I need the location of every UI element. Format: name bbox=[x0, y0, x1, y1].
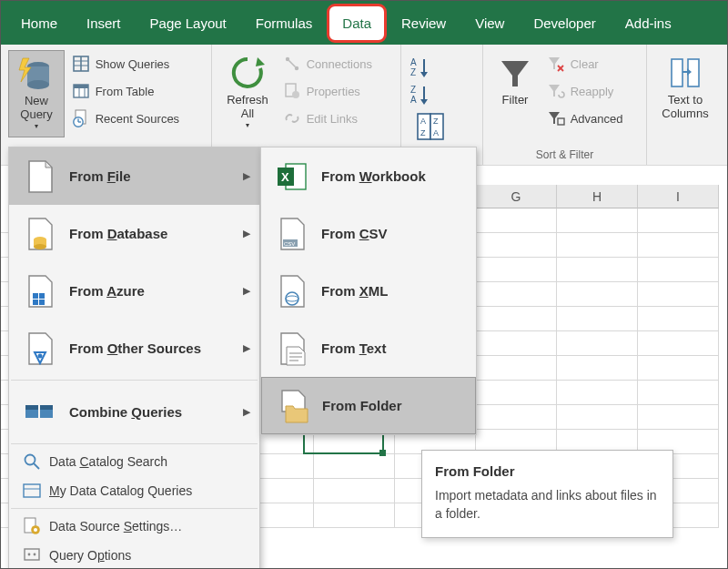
filter-label: Filter bbox=[502, 94, 529, 107]
svg-point-2 bbox=[27, 80, 49, 89]
svg-point-72 bbox=[28, 554, 31, 556]
tab-page-layout[interactable]: Page Layout bbox=[136, 4, 241, 43]
funnel-advanced-icon bbox=[547, 109, 565, 127]
recent-sources-label: Recent Sources bbox=[96, 112, 180, 126]
chevron-right-icon: ▶ bbox=[243, 285, 250, 297]
advanced-filter-button[interactable]: Advanced bbox=[547, 105, 623, 132]
tooltip-body: Import metadata and links about files in… bbox=[435, 486, 660, 523]
menu-separator bbox=[11, 443, 258, 444]
svg-line-19 bbox=[288, 61, 295, 67]
funnel-reapply-icon bbox=[547, 82, 565, 100]
menu-label: Query Options bbox=[49, 548, 131, 563]
properties-button[interactable]: Properties bbox=[283, 77, 372, 105]
svg-text:Z: Z bbox=[410, 67, 416, 77]
new-query-button[interactable]: New Query ▾ bbox=[8, 50, 65, 137]
funnel-icon bbox=[496, 54, 534, 92]
svg-rect-71 bbox=[25, 549, 39, 560]
column-header[interactable]: H bbox=[557, 185, 638, 208]
tab-review[interactable]: Review bbox=[387, 4, 460, 43]
svg-point-73 bbox=[34, 554, 36, 556]
recent-sources-button[interactable]: Recent Sources bbox=[72, 105, 180, 132]
menu-my-catalog[interactable]: My Data Catalog Queries bbox=[9, 476, 259, 505]
menu-from-folder[interactable]: From Folder bbox=[261, 377, 476, 434]
reapply-filter-button[interactable]: Reapply bbox=[547, 77, 623, 105]
menu-label: From Text bbox=[321, 340, 386, 356]
chevron-right-icon: ▶ bbox=[243, 228, 250, 239]
filter-button[interactable]: Filter bbox=[490, 50, 540, 137]
folder-icon bbox=[275, 388, 311, 424]
connections-label: Connections bbox=[307, 57, 372, 71]
tab-data[interactable]: Data bbox=[327, 4, 387, 43]
refresh-icon bbox=[228, 54, 267, 92]
tab-addins[interactable]: Add-ins bbox=[611, 4, 686, 43]
sort-descending-button[interactable]: ZA bbox=[409, 83, 432, 107]
connections-button[interactable]: Connections bbox=[283, 50, 372, 77]
menu-data-source-settings[interactable]: Data Source Settings… bbox=[9, 512, 259, 541]
refresh-all-button[interactable]: Refresh All ▾ bbox=[219, 50, 276, 137]
menu-label: Data Source Settings… bbox=[49, 519, 182, 533]
menu-label: From Folder bbox=[322, 398, 402, 413]
new-query-label: New Query bbox=[20, 95, 52, 122]
menu-combine-queries[interactable]: Combine Queries ▶ bbox=[9, 383, 259, 441]
menu-from-other-sources[interactable]: From Other Sources ▶ bbox=[9, 320, 259, 377]
tab-developer[interactable]: Developer bbox=[519, 4, 610, 43]
show-queries-button[interactable]: Show Queries bbox=[72, 50, 180, 77]
menu-from-azure[interactable]: From Azure ▶ bbox=[9, 262, 259, 320]
chevron-down-icon: ▾ bbox=[35, 122, 38, 130]
properties-label: Properties bbox=[307, 85, 360, 98]
from-table-button[interactable]: From Table bbox=[72, 77, 180, 105]
chevron-right-icon: ▶ bbox=[243, 406, 250, 418]
edit-links-icon bbox=[283, 109, 301, 127]
svg-text:Z: Z bbox=[410, 85, 416, 95]
menu-label: From Other Sources bbox=[69, 340, 201, 356]
tab-insert[interactable]: Insert bbox=[72, 4, 136, 43]
svg-point-64 bbox=[25, 455, 35, 465]
menu-from-xml[interactable]: From XML bbox=[261, 262, 476, 320]
tab-home[interactable]: Home bbox=[6, 4, 72, 43]
menu-label: From Workbook bbox=[321, 168, 426, 184]
column-header[interactable]: G bbox=[476, 185, 557, 208]
menu-catalog-search[interactable]: Data Catalog Search bbox=[9, 447, 259, 476]
svg-rect-62 bbox=[25, 405, 38, 410]
svg-marker-37 bbox=[549, 57, 560, 69]
text-to-columns-button[interactable]: Text to Columns bbox=[654, 50, 716, 137]
clock-document-icon bbox=[72, 109, 90, 127]
menu-from-csv[interactable]: CSV From CSV bbox=[261, 205, 476, 262]
menu-from-workbook[interactable]: X From Workbook bbox=[261, 147, 476, 205]
tooltip-title: From Folder bbox=[435, 462, 660, 482]
svg-rect-43 bbox=[672, 59, 682, 86]
ribbon-tabs: Home Insert Page Layout Formulas Data Re… bbox=[1, 1, 727, 45]
menu-from-file[interactable]: From File ▶ bbox=[9, 147, 259, 205]
svg-text:A: A bbox=[433, 128, 439, 137]
menu-label: From CSV bbox=[321, 226, 388, 241]
svg-marker-16 bbox=[256, 57, 265, 66]
svg-rect-56 bbox=[39, 300, 45, 305]
clear-filter-button[interactable]: Clear bbox=[547, 50, 623, 77]
group-label-sort-filter: Sort & Filter bbox=[483, 148, 646, 161]
tab-view[interactable]: View bbox=[460, 4, 519, 43]
column-header[interactable]: I bbox=[638, 185, 719, 208]
menu-from-text[interactable]: From Text bbox=[261, 320, 476, 377]
sort-ascending-button[interactable]: AZ bbox=[409, 56, 432, 79]
text-file-icon bbox=[274, 330, 310, 367]
svg-rect-63 bbox=[40, 405, 53, 410]
menu-separator bbox=[11, 380, 258, 381]
edit-links-button[interactable]: Edit Links bbox=[283, 105, 372, 132]
svg-text:CSV: CSV bbox=[284, 241, 295, 247]
menu-separator bbox=[11, 508, 258, 509]
svg-marker-89 bbox=[286, 406, 308, 422]
menu-from-database[interactable]: From Database ▶ bbox=[9, 205, 259, 262]
svg-point-21 bbox=[292, 91, 299, 98]
svg-rect-42 bbox=[558, 118, 564, 125]
svg-point-51 bbox=[34, 244, 46, 249]
funnel-clear-icon bbox=[547, 55, 565, 73]
menu-query-options[interactable]: Query Options bbox=[9, 541, 259, 569]
sort-dialog-icon: AZZA bbox=[414, 110, 447, 143]
svg-text:A: A bbox=[410, 95, 417, 105]
menu-label: From XML bbox=[321, 283, 388, 299]
tab-formulas[interactable]: Formulas bbox=[241, 4, 328, 43]
svg-text:A: A bbox=[420, 117, 426, 126]
svg-marker-80 bbox=[281, 276, 304, 307]
text-to-columns-icon bbox=[666, 54, 704, 92]
properties-icon bbox=[283, 82, 301, 100]
